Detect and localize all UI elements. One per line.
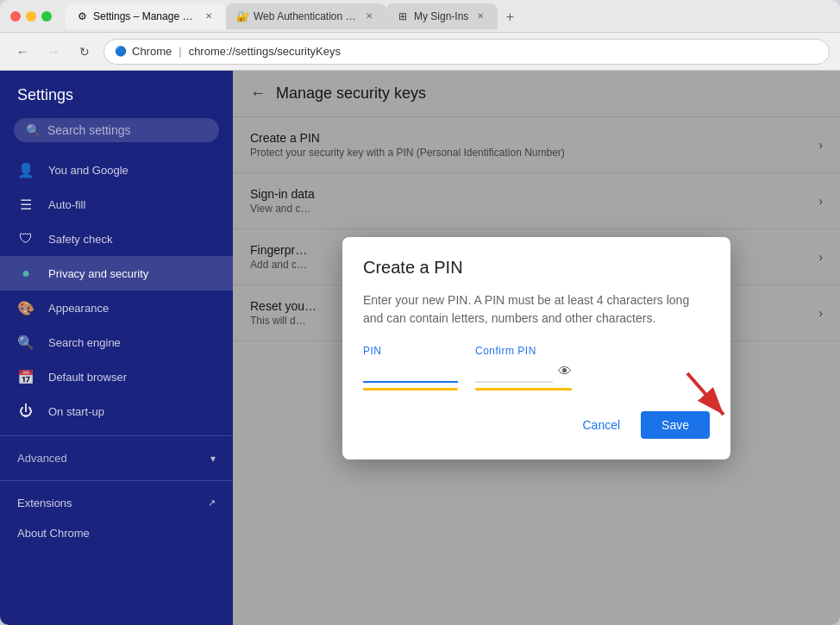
sidebar-item-search[interactable]: 🔍 Search engine xyxy=(0,325,233,359)
save-button[interactable]: Save xyxy=(641,411,710,439)
safety-icon: 🛡 xyxy=(17,230,34,247)
sidebar-item-label-autofill: Auto-fill xyxy=(48,198,85,211)
toolbar: ← → ↻ 🔵 Chrome | chrome://settings/secur… xyxy=(0,33,840,71)
sidebar-item-you-google[interactable]: 👤 You and Google xyxy=(0,153,233,187)
address-separator: | xyxy=(179,45,181,58)
sidebar-item-extensions[interactable]: Extensions ↗ xyxy=(0,488,233,518)
tab-webauthn-title: Web Authentication (WebAuth… xyxy=(254,10,357,22)
sidebar-item-label-search: Search engine xyxy=(48,336,121,349)
search-engine-icon: 🔍 xyxy=(17,334,34,351)
tab-signin[interactable]: ⊞ My Sign-Ins ✕ xyxy=(386,3,498,29)
sidebar-item-label-advanced: Advanced xyxy=(17,452,67,465)
sidebar: Settings 🔍 👤 You and Google ☰ Auto-fill xyxy=(0,71,233,625)
sidebar-item-default-browser[interactable]: 📅 Default browser xyxy=(0,359,233,394)
tab-webauthn-close[interactable]: ✕ xyxy=(362,9,376,23)
forward-button[interactable]: → xyxy=(41,40,66,64)
sidebar-item-label-appearance: Appearance xyxy=(48,302,109,315)
pin-label: PIN xyxy=(363,345,458,357)
address-url: chrome://settings/securityKeys xyxy=(189,45,341,58)
pin-input[interactable] xyxy=(363,360,458,383)
address-protocol: Chrome xyxy=(132,45,172,58)
toggle-visibility-icon[interactable]: 👁 xyxy=(558,364,572,379)
close-traffic-light[interactable] xyxy=(10,11,21,22)
maximize-traffic-light[interactable] xyxy=(41,11,52,22)
sidebar-item-label-about: About Chrome xyxy=(17,527,90,540)
default-browser-icon: 📅 xyxy=(17,368,34,385)
create-pin-dialog: Create a PIN Enter your new PIN. A PIN m… xyxy=(342,237,730,459)
tab-signin-close[interactable]: ✕ xyxy=(473,9,487,23)
address-bar-icon: 🔵 xyxy=(115,46,127,57)
tab-signin-icon: ⊞ xyxy=(397,10,409,22)
sidebar-item-label-you-google: You and Google xyxy=(48,164,129,177)
title-bar: ⚙ Settings – Manage security ke… ✕ 🔐 Web… xyxy=(0,0,840,33)
tab-settings-close[interactable]: ✕ xyxy=(202,9,216,23)
pin-fields: PIN Confirm PIN xyxy=(363,345,710,391)
pin-field-group: PIN xyxy=(363,345,458,391)
tab-signin-title: My Sign-Ins xyxy=(414,10,468,22)
sidebar-item-privacy[interactable]: ● Privacy and security xyxy=(0,256,233,291)
confirm-pin-underline xyxy=(475,388,572,391)
sidebar-item-startup[interactable]: ⏻ On start-up xyxy=(0,394,233,428)
sidebar-item-about[interactable]: About Chrome xyxy=(0,518,233,548)
sidebar-title: Settings xyxy=(17,86,73,103)
you-google-icon: 👤 xyxy=(17,161,34,178)
sidebar-item-appearance[interactable]: 🎨 Appearance xyxy=(0,291,233,325)
tab-bar: ⚙ Settings – Manage security ke… ✕ 🔐 Web… xyxy=(66,3,830,29)
sidebar-item-advanced[interactable]: Advanced ▾ xyxy=(0,443,233,473)
search-input[interactable] xyxy=(47,123,207,137)
confirm-pin-input-wrapper: 👁 xyxy=(475,360,572,383)
sidebar-item-label-extensions: Extensions xyxy=(17,497,72,509)
extensions-external-icon: ↗ xyxy=(208,497,216,509)
autofill-icon: ☰ xyxy=(17,196,34,213)
confirm-pin-label: Confirm PIN xyxy=(475,345,572,357)
advanced-arrow-icon: ▾ xyxy=(210,453,216,465)
tab-webauthn[interactable]: 🔐 Web Authentication (WebAuth… ✕ xyxy=(226,3,386,29)
browser-window: ⚙ Settings – Manage security ke… ✕ 🔐 Web… xyxy=(0,0,840,625)
new-tab-button[interactable]: + xyxy=(498,5,522,29)
dialog-actions: Cancel Save xyxy=(363,411,710,439)
back-button[interactable]: ← xyxy=(10,40,34,64)
sidebar-item-autofill[interactable]: ☰ Auto-fill xyxy=(0,187,233,222)
reload-button[interactable]: ↻ xyxy=(72,40,97,64)
modal-overlay: Create a PIN Enter your new PIN. A PIN m… xyxy=(233,71,840,625)
tab-settings[interactable]: ⚙ Settings – Manage security ke… ✕ xyxy=(66,3,226,29)
search-icon: 🔍 xyxy=(26,123,41,137)
dialog-description: Enter your new PIN. A PIN must be at lea… xyxy=(363,291,710,328)
confirm-pin-input[interactable] xyxy=(475,360,553,383)
minimize-traffic-light[interactable] xyxy=(26,11,36,22)
sidebar-item-label-privacy: Privacy and security xyxy=(48,267,148,280)
cancel-button[interactable]: Cancel xyxy=(568,411,634,439)
main-content: ← Manage security keys Create a PIN Prot… xyxy=(233,71,840,625)
pin-input-wrapper xyxy=(363,360,458,383)
tab-settings-title: Settings – Manage security ke… xyxy=(93,10,197,22)
address-bar[interactable]: 🔵 Chrome | chrome://settings/securityKey… xyxy=(103,39,830,65)
privacy-icon: ● xyxy=(17,265,34,282)
sidebar-item-label-default: Default browser xyxy=(48,371,127,384)
sidebar-item-label-startup: On start-up xyxy=(48,405,104,418)
startup-icon: ⏻ xyxy=(17,403,34,420)
traffic-lights xyxy=(10,11,52,22)
sidebar-item-safety[interactable]: 🛡 Safety check xyxy=(0,222,233,256)
appearance-icon: 🎨 xyxy=(17,299,34,316)
pin-underline xyxy=(363,388,458,391)
tab-webauthn-icon: 🔐 xyxy=(236,10,248,22)
dialog-title: Create a PIN xyxy=(363,258,710,278)
tab-settings-icon: ⚙ xyxy=(76,10,88,22)
confirm-pin-field-group: Confirm PIN 👁 xyxy=(475,345,572,391)
page: Settings 🔍 👤 You and Google ☰ Auto-fill xyxy=(0,71,840,625)
sidebar-item-label-safety: Safety check xyxy=(48,233,112,246)
settings-search-bar[interactable]: 🔍 xyxy=(14,118,219,142)
